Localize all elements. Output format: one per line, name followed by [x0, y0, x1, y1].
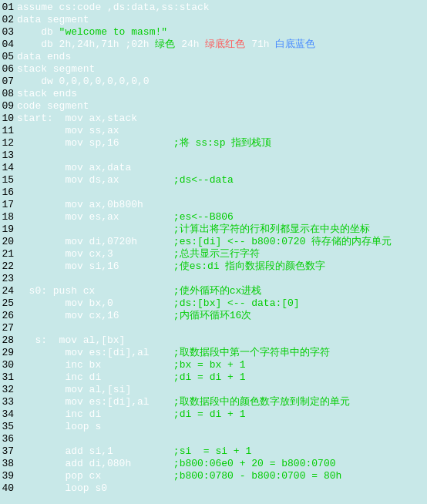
code-segment: ;ds<--data [173, 174, 234, 186]
code-segment: mov es,ax [17, 211, 173, 223]
table-row: 25 mov bx,0 ;ds:[bx] <-- data:[0] [0, 297, 427, 310]
line-content: assume cs:code ,ds:data,ss:stack [17, 2, 427, 14]
line-number: 35 [0, 421, 17, 433]
line-content: inc di ;di = di + 1 [17, 408, 427, 421]
table-row: 26 mov cx,16 ;内循环循环16次 [0, 310, 427, 322]
line-number: 24 [0, 285, 17, 297]
code-segment: ;取数据段中的颜色数字放到制定的单元 [173, 396, 350, 408]
code-segment: ;使外循环的cx进栈 [173, 285, 261, 297]
line-content: db "welcome to masm!" [17, 26, 427, 39]
code-segment: ;es:[di] <-- b800:0720 待存储的内存单元 [173, 236, 392, 247]
line-content: mov sp,16 ;将 ss:sp 指到栈顶 [17, 137, 427, 150]
code-segment: assume cs:code ,ds:data,ss:stack [17, 2, 210, 13]
code-segment: data ends [17, 51, 71, 62]
line-number: 18 [0, 211, 17, 223]
line-number: 10 [0, 113, 17, 125]
table-row: 17 mov ax,0b800h [0, 199, 427, 211]
line-content: s0: push cx ;使外循环的cx进栈 [17, 285, 427, 297]
line-content: inc di ;di = di + 1 [17, 371, 427, 384]
code-segment: mov bx,0 [17, 297, 173, 309]
line-number: 17 [0, 199, 17, 211]
table-row: 15 mov ds,ax ;ds<--data [0, 174, 427, 186]
table-row: 37 add si,1 ;si = si + 1 [0, 445, 427, 458]
line-number: 33 [0, 396, 17, 408]
table-row: 28 s: mov al,[bx] [0, 334, 427, 347]
line-number: 28 [0, 334, 17, 347]
line-content [17, 322, 427, 334]
table-row: 04 db 2h,24h,71h ;02h 绿色 24h 绿底红色 71h 白底… [0, 39, 427, 51]
table-row: 19 ;计算出将字符的行和列都显示在中央的坐标 [0, 223, 427, 236]
table-row: 20 mov di,0720h ;es:[di] <-- b800:0720 待… [0, 236, 427, 248]
table-row: 05data ends [0, 51, 427, 63]
line-content: stack segment [17, 63, 427, 76]
line-content: data segment [17, 14, 427, 26]
code-segment: ;b800:0780 - b800:0700 = 80h [173, 470, 341, 482]
line-content: loop s0 [17, 482, 427, 495]
line-number: 11 [0, 125, 17, 137]
line-number: 32 [0, 384, 17, 396]
line-content: mov es:[di],al ;取数据段中的颜色数字放到制定的单元 [17, 396, 427, 408]
table-row: 38 add di,080h ;b800:06e0 + 20 = b800:07… [0, 458, 427, 470]
table-row: 24 s0: push cx ;使外循环的cx进栈 [0, 285, 427, 297]
code-segment: 白底蓝色 [275, 39, 315, 50]
line-number: 13 [0, 150, 17, 162]
line-content: mov ax,data [17, 162, 427, 174]
line-content: add si,1 ;si = si + 1 [17, 445, 427, 458]
line-content: add di,080h ;b800:06e0 + 20 = b800:0700 [17, 458, 427, 470]
code-segment: mov cx,3 [17, 248, 173, 260]
code-segment: add di,080h [17, 458, 173, 469]
line-content: mov si,16 ;使es:di 指向数据段的颜色数字 [17, 260, 427, 273]
table-row: 40 loop s0 [0, 482, 427, 495]
table-row: 01assume cs:code ,ds:data,ss:stack [0, 2, 427, 14]
code-segment: add si,1 [17, 445, 173, 457]
code-segment: mov ds,ax [17, 174, 173, 186]
code-segment: mov si,16 [17, 260, 173, 272]
code-segment: mov es:[di],al [17, 396, 173, 408]
line-number: 04 [0, 39, 17, 51]
code-segment: loop s [17, 421, 101, 432]
line-number: 36 [0, 433, 17, 445]
code-segment: start: mov ax,stack [17, 113, 137, 124]
line-content: inc bx ;bx = bx + 1 [17, 359, 427, 371]
table-row: 36 [0, 433, 427, 445]
line-content: mov di,0720h ;es:[di] <-- b800:0720 待存储的… [17, 236, 427, 248]
table-row: 08stack ends [0, 88, 427, 100]
line-number: 30 [0, 359, 17, 371]
table-row: 13 [0, 150, 427, 162]
line-content: dw 0,0,0,0,0,0,0,0 [17, 76, 427, 88]
line-number: 27 [0, 322, 17, 334]
code-segment: ;di = di + 1 [173, 408, 246, 420]
code-segment: ;b800:06e0 + 20 = b800:0700 [173, 458, 336, 469]
line-number: 40 [0, 482, 17, 495]
line-number: 12 [0, 137, 17, 150]
line-number: 16 [0, 186, 17, 199]
line-number: 19 [0, 223, 17, 236]
line-number: 29 [0, 347, 17, 359]
line-content: mov cx,3 ;总共显示三行字符 [17, 248, 427, 260]
code-segment: mov ax,data [17, 162, 131, 173]
code-segment: ;di = di + 1 [173, 371, 246, 383]
code-segment: loop s0 [17, 482, 107, 494]
line-content: ;计算出将字符的行和列都显示在中央的坐标 [17, 223, 427, 236]
line-number: 34 [0, 408, 17, 421]
line-number: 14 [0, 162, 17, 174]
code-segment: db [17, 26, 59, 38]
code-segment: mov cx,16 [17, 310, 173, 321]
code-segment: ;bx = bx + 1 [173, 359, 246, 371]
line-content: pop cx ;b800:0780 - b800:0700 = 80h [17, 470, 427, 482]
code-segment: ;使es:di 指向数据段的颜色数字 [173, 260, 326, 272]
line-content: mov ds,ax ;ds<--data [17, 174, 427, 186]
table-row: 07 dw 0,0,0,0,0,0,0,0 [0, 76, 427, 88]
code-segment: s0: push cx [17, 285, 173, 297]
line-content [17, 186, 427, 199]
code-segment: ;总共显示三行字符 [173, 248, 260, 260]
line-number: 07 [0, 76, 17, 88]
table-row: 32 mov al,[si] [0, 384, 427, 396]
line-content [17, 273, 427, 285]
line-number: 08 [0, 88, 17, 100]
line-content: mov bx,0 ;ds:[bx] <-- data:[0] [17, 297, 427, 310]
table-row: 06stack segment [0, 63, 427, 76]
table-row: 30 inc bx ;bx = bx + 1 [0, 359, 427, 371]
code-segment: mov sp,16 [17, 137, 173, 149]
table-row: 12 mov sp,16 ;将 ss:sp 指到栈顶 [0, 137, 427, 150]
